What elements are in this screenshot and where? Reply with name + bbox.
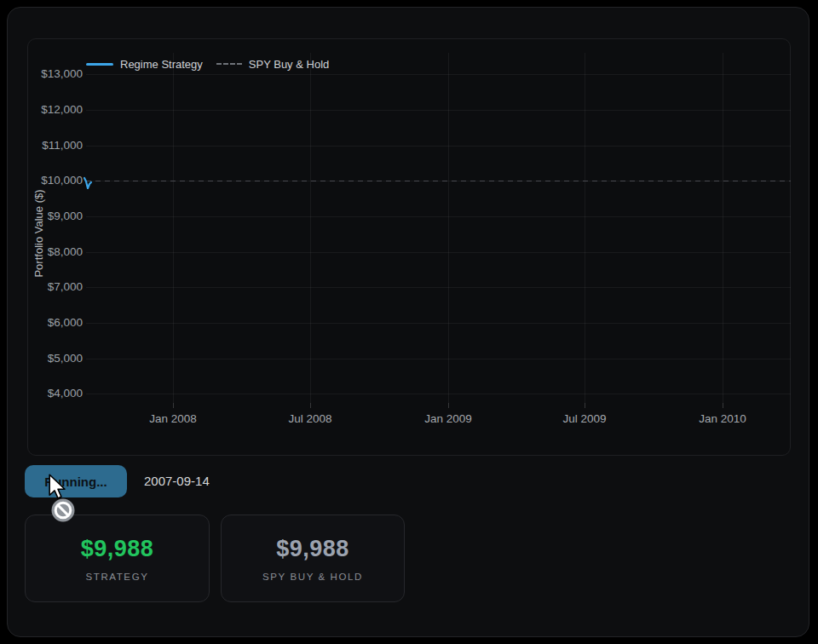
gridline [86, 323, 791, 324]
axis-tick [723, 403, 723, 408]
y-tick-label: $9,000 [28, 209, 83, 224]
gridline [86, 216, 791, 217]
gridline [723, 53, 723, 403]
y-tick-label: $4,000 [28, 386, 83, 401]
legend-item-spy-buy-hold: SPY Buy & Hold [216, 58, 329, 71]
gridline [448, 53, 449, 403]
strategy-label: STRATEGY [86, 572, 149, 582]
strategy-value: $9,988 [81, 536, 154, 562]
gridline [310, 53, 311, 403]
axis-tick [448, 403, 449, 408]
current-backtest-date: 2007-09-14 [144, 465, 210, 497]
y-tick-label: $11,000 [28, 138, 83, 153]
y-tick-label: $12,000 [28, 102, 83, 118]
x-tick-label: Jan 2008 [149, 412, 197, 425]
gridline [86, 146, 791, 147]
y-tick-label: $8,000 [28, 244, 83, 260]
gridline [86, 287, 791, 288]
strategy-stat-card: $9,988 STRATEGY [25, 515, 210, 602]
y-tick-label: $7,000 [28, 279, 83, 295]
gridline [86, 110, 791, 111]
spy-value: $9,988 [276, 536, 349, 562]
x-tick-label: Jul 2009 [562, 412, 606, 425]
legend-item-regime-strategy: Regime Strategy [86, 58, 203, 71]
regime-strategy-line [83, 175, 96, 193]
gridline [86, 394, 791, 394]
gridline [173, 53, 174, 403]
backtest-dashboard: Regime Strategy SPY Buy & Hold Portfolio… [7, 7, 809, 637]
x-tick-label: Jan 2009 [424, 412, 472, 425]
chart-legend: Regime Strategy SPY Buy & Hold [86, 56, 329, 72]
axis-tick [585, 403, 585, 408]
y-tick-label: $13,000 [28, 66, 83, 82]
legend-label: Regime Strategy [120, 58, 203, 71]
not-allowed-icon [50, 497, 76, 523]
solid-line-icon [86, 63, 113, 66]
dashed-line-icon [216, 63, 242, 65]
gridline [86, 359, 791, 359]
x-tick-label: Jan 2010 [699, 412, 746, 425]
y-tick-label: $10,000 [28, 173, 83, 188]
y-tick-label: $6,000 [28, 315, 83, 331]
gridline [86, 74, 791, 75]
gridline [585, 53, 585, 403]
portfolio-chart-panel: Regime Strategy SPY Buy & Hold Portfolio… [27, 38, 791, 456]
axis-tick [173, 403, 174, 408]
spy-buy-hold-line [86, 181, 791, 181]
axis-tick [310, 403, 311, 408]
y-axis-title: Portfolio Value ($) [32, 189, 45, 277]
x-tick-label: Jul 2008 [288, 412, 331, 425]
legend-label: SPY Buy & Hold [249, 58, 329, 71]
spy-stat-card: $9,988 SPY BUY & HOLD [221, 515, 405, 602]
y-tick-label: $5,000 [28, 351, 83, 366]
run-backtest-button[interactable]: Running... [25, 465, 127, 497]
gridline [86, 252, 791, 253]
spy-label: SPY BUY & HOLD [262, 572, 363, 582]
